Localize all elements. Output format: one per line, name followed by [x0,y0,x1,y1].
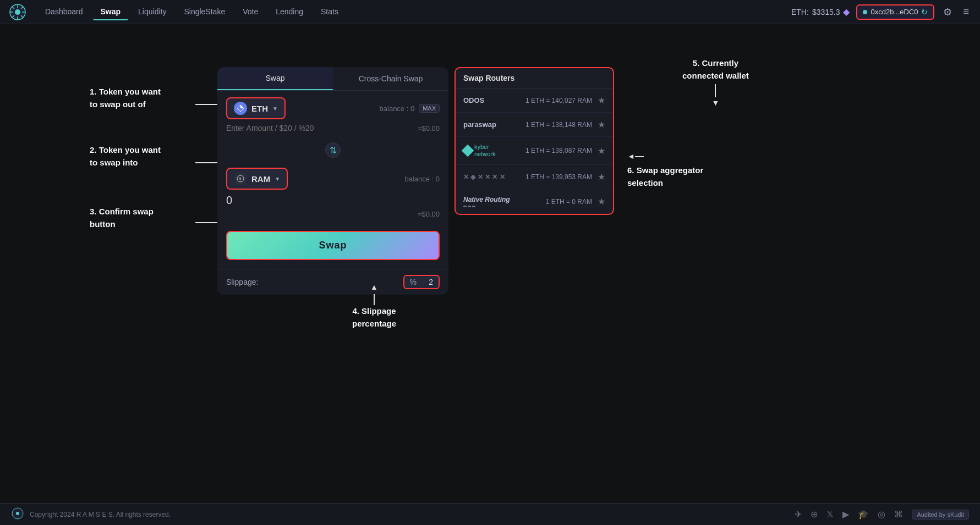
router-name-native: Native Routing [463,196,513,207]
annotation-1: 1. Token you want to swap out of [90,86,161,110]
router-row-native: Native Routing 1 ETH = 0 RAM ★ [456,189,613,214]
footer-icons: ✈ ⊕ 𝕏 ▶ 🎓 ◎ ⌘ Audited by sKudit [795,509,969,520]
router-name-dots: ✕ ◈ ✕ ✕ ✕ ✕ [463,173,513,181]
learn-icon[interactable]: 🎓 [858,509,869,520]
from-balance-row: balance : 0 MAX [380,104,440,113]
router-row-paraswap: paraswap 1 ETH = 138,148 RAM ★ [456,113,613,137]
nav-dashboard[interactable]: Dashboard [37,4,91,20]
from-token-label: ETH [251,104,268,113]
arrow-up-icon: ▲ [370,281,378,293]
router-rate-paraswap: 1 ETH = 138,148 RAM [513,121,592,129]
topnav: Dashboard Swap Liquidity SingleStake Vot… [0,0,980,24]
globe-icon[interactable]: ◎ [878,509,885,520]
svg-text:R: R [239,177,242,181]
main-area: 1. Token you want to swap out of ► 2. To… [0,24,980,503]
annotation-4: ▲ 4. Slippage percentage [352,281,396,330]
to-token-chevron: ▼ [275,176,280,182]
router-rate-native: 1 ETH = 0 RAM [513,198,592,206]
router-row-odos: ODOS 1 ETH = 140,027 RAM ★ [456,89,613,113]
annotation-5: 5. Currently connected wallet ▼ [682,57,749,109]
footer-copyright: Copyright 2024 R A M S E S. All rights r… [30,511,171,518]
swap-tabs: Swap Cross-Chain Swap [217,67,448,91]
router-row-dots: ✕ ◈ ✕ ✕ ✕ ✕ 1 ETH = 139,953 RAM ★ [456,165,613,189]
nav-liquidity[interactable]: Liquidity [130,4,174,20]
router-star-paraswap[interactable]: ★ [598,119,605,130]
nav-stats[interactable]: Stats [313,4,346,20]
eth-label: ETH: [791,8,809,16]
router-star-odos[interactable]: ★ [598,95,605,106]
nav-swap[interactable]: Swap [93,4,129,20]
swap-direction-row: ⇅ [217,139,448,161]
to-balance-row: balance : 0 [404,175,440,183]
wallet-address: 0xcd2b...eDC0 [870,8,918,16]
discord-icon[interactable]: ⊕ [811,509,818,520]
video-icon[interactable]: ▶ [842,509,849,520]
from-amount-row: ≈$0.00 [226,124,440,132]
to-token-label: RAM [251,174,270,184]
menu-button[interactable]: ≡ [961,4,971,20]
annotation-4-arrow: ▲ [352,281,396,305]
router-star-kyber[interactable]: ★ [598,146,605,156]
from-token-chevron: ▼ [272,106,278,112]
from-usd-value: ≈$0.00 [418,124,440,132]
nav-singlestake[interactable]: SingleStake [176,4,233,20]
footer-left: Copyright 2024 R A M S E S. All rights r… [11,507,171,522]
eth-price-value: $3315.3 [812,8,840,16]
router-star-native[interactable]: ★ [598,196,605,207]
nav-right: ETH: $3315.3 ◆ 0xcd2b...eDC0 ↻ ⚙ ≡ [791,4,971,20]
router-rate-odos: 1 ETH = 140,027 RAM [513,97,592,104]
from-balance-label: balance : 0 [380,104,415,113]
router-star-dots[interactable]: ★ [598,172,605,182]
nav-lending[interactable]: Lending [268,4,311,20]
slippage-value: 2 [420,278,433,286]
router-row-kyber: kybernetwork 1 ETH = 138,087 RAM ★ [456,137,613,165]
to-token-section: R RAM ▼ balance : 0 0 ≈$0.00 [217,161,448,225]
from-amount-input[interactable] [226,124,418,132]
from-token-selector[interactable]: ETH ▼ [226,97,286,119]
router-name-paraswap: paraswap [463,120,513,129]
to-balance-label: balance : 0 [404,175,440,183]
to-token-row: R RAM ▼ balance : 0 [226,168,440,190]
slippage-row: Slippage: % 2 [217,269,448,295]
wallet-refresh-icon: ↻ [921,8,928,16]
from-max-button[interactable]: MAX [419,104,440,113]
from-token-row: ETH ▼ balance : 0 MAX [226,97,440,119]
svg-marker-11 [240,105,244,108]
tab-swap[interactable]: Swap [217,67,333,90]
swap-confirm-button[interactable]: Swap [226,231,440,260]
router-name-kyber: kybernetwork [463,143,513,158]
swap-button-section: Swap [217,225,448,269]
swap-arrows-icon: ⇅ [330,145,337,156]
eth-token-icon [234,102,247,115]
nav-vote[interactable]: Vote [235,4,266,20]
annotation-6: ◄ 6. Swap aggregator selection [627,151,703,189]
twitter-icon[interactable]: 𝕏 [826,509,834,520]
slippage-input-wrap: % 2 [403,275,440,289]
to-output-value: 0 [226,194,440,207]
routers-panel: Swap Routers ODOS 1 ETH = 140,027 RAM ★ … [455,67,614,215]
footer: Copyright 2024 R A M S E S. All rights r… [0,503,980,525]
routers-header: Swap Routers [456,68,613,89]
wallet-connect-button[interactable]: 0xcd2b...eDC0 ↻ [856,4,934,20]
from-token-section: ETH ▼ balance : 0 MAX ≈$0.00 [217,91,448,139]
swap-panel: Swap Cross-Chain Swap ETH ▼ balance : 0 … [217,67,448,295]
nav-links: Dashboard Swap Liquidity SingleStake Vot… [37,4,791,20]
ram-token-icon: R [234,172,247,185]
swap-direction-button[interactable]: ⇅ [325,142,341,158]
to-token-selector[interactable]: R RAM ▼ [226,168,288,190]
router-rate-kyber: 1 ETH = 138,087 RAM [513,147,592,154]
terminal-icon[interactable]: ⌘ [894,509,903,520]
audited-badge: Audited by sKudit [912,510,969,520]
router-name-odos: ODOS [463,96,513,104]
svg-point-15 [16,512,19,515]
app-logo[interactable] [9,3,26,21]
tab-crosschain[interactable]: Cross-Chain Swap [333,67,448,90]
slippage-label: Slippage: [226,278,258,286]
slippage-pct-symbol: % [410,278,417,286]
footer-logo [11,507,24,522]
eth-price-display: ETH: $3315.3 ◆ [791,7,850,17]
eth-diamond-icon: ◆ [843,7,850,17]
settings-button[interactable]: ⚙ [941,4,954,20]
telegram-icon[interactable]: ✈ [795,509,802,520]
wallet-status-dot [863,10,867,14]
